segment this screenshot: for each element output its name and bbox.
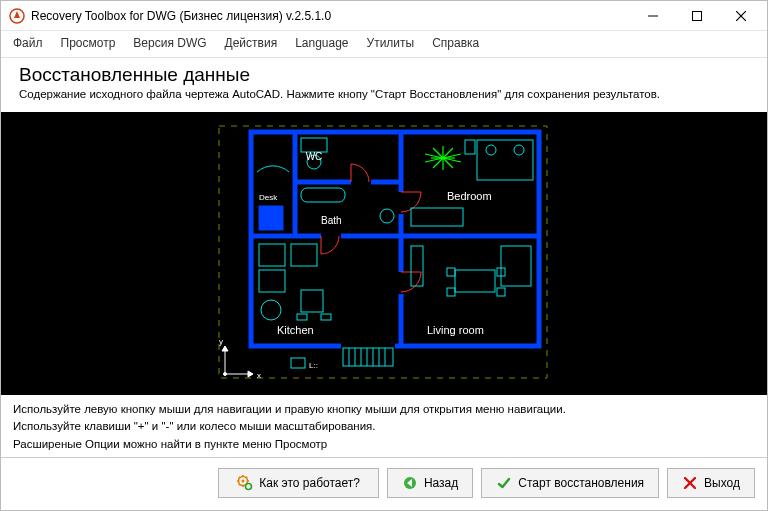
svg-rect-2 [693,11,702,20]
menu-help[interactable]: Справка [424,33,487,53]
room-label-bedroom: Bedroom [447,190,492,202]
svg-point-62 [224,373,227,376]
hint-line-1: Используйте левую кнопку мыши для навига… [13,401,755,418]
svg-point-64 [242,479,245,482]
check-icon [496,475,512,491]
label-desk: Desk [259,193,278,202]
exit-button[interactable]: Выход [667,468,755,498]
menu-file[interactable]: Файл [5,33,51,53]
back-label: Назад [424,476,458,490]
menu-actions[interactable]: Действия [217,33,286,53]
close-button[interactable] [719,2,763,30]
gear-icon [237,475,253,491]
how-it-works-label: Как это работает? [259,476,360,490]
hint-line-2: Используйте клавиши "+" и "-" или колесо… [13,418,755,435]
menu-utils[interactable]: Утилиты [359,33,423,53]
svg-rect-15 [321,233,341,239]
hints-panel: Используйте левую кнопку мыши для навига… [1,395,767,455]
start-recovery-label: Старт восстановления [518,476,644,490]
svg-rect-5 [1,112,767,395]
room-label-living: Living room [427,324,484,336]
arrow-left-icon [402,475,418,491]
cad-viewport[interactable]: WC Bath Bedroom Kitchen Living room Desk… [1,112,767,395]
svg-rect-14 [351,179,371,185]
svg-rect-16 [397,192,405,214]
menubar: Файл Просмотр Версия DWG Действия Langua… [1,31,767,58]
close-icon [682,475,698,491]
menu-view[interactable]: Просмотр [53,33,124,53]
page-title: Восстановленные данные [19,64,749,86]
app-icon [9,8,25,24]
exit-label: Выход [704,476,740,490]
label-l: L:: [309,361,318,370]
room-label-kitchen: Kitchen [277,324,314,336]
svg-point-65 [246,483,252,489]
how-it-works-button[interactable]: Как это работает? [218,468,379,498]
page-subtitle: Содержание исходного файла чертежа AutoC… [19,88,749,100]
window-title: Recovery Toolbox for DWG (Бизнес лицензи… [31,9,631,23]
back-button[interactable]: Назад [387,468,473,498]
page-header: Восстановленные данные Содержание исходн… [1,58,767,104]
titlebar: Recovery Toolbox for DWG (Бизнес лицензи… [1,1,767,31]
button-bar: Как это работает? Назад Старт восстановл… [1,458,767,508]
hint-line-3: Расширеные Опции можно найти в пункте ме… [13,436,755,453]
svg-rect-31 [259,206,283,230]
axis-label-x: x [257,371,261,380]
window-controls [631,2,763,30]
menu-language[interactable]: Language [287,33,356,53]
room-label-bath: Bath [321,215,342,226]
start-recovery-button[interactable]: Старт восстановления [481,468,659,498]
axis-label-y: y [219,337,223,346]
svg-rect-17 [397,272,405,294]
maximize-button[interactable] [675,2,719,30]
menu-dwgver[interactable]: Версия DWG [125,33,214,53]
room-label-wc: WC [306,151,323,162]
minimize-button[interactable] [631,2,675,30]
